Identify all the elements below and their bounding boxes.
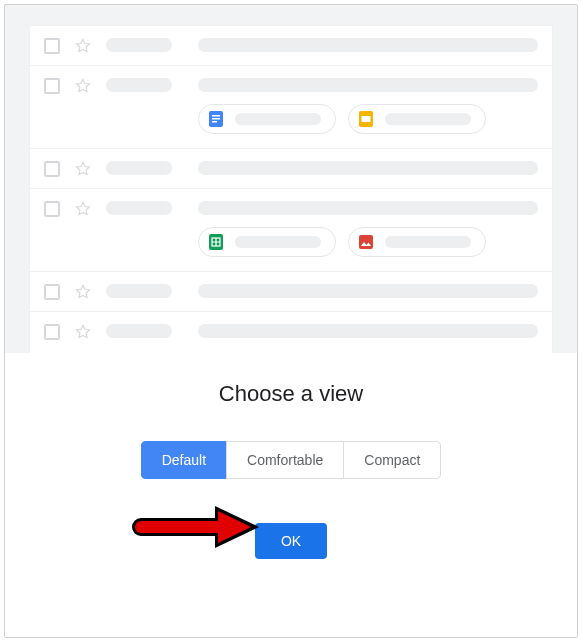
attachment-chip bbox=[348, 227, 486, 257]
star-icon bbox=[74, 200, 92, 218]
sheets-icon bbox=[207, 233, 225, 251]
placeholder bbox=[198, 38, 538, 52]
placeholder bbox=[106, 201, 172, 215]
placeholder bbox=[106, 324, 172, 338]
star-icon bbox=[74, 323, 92, 341]
placeholder bbox=[106, 161, 172, 175]
density-preview-list bbox=[29, 25, 553, 361]
ok-button[interactable]: OK bbox=[255, 523, 327, 559]
checkbox-icon bbox=[44, 324, 60, 340]
list-row bbox=[30, 189, 552, 272]
list-row bbox=[30, 272, 552, 312]
checkbox-icon bbox=[44, 201, 60, 217]
placeholder bbox=[198, 324, 538, 338]
star-icon bbox=[74, 77, 92, 95]
svg-rect-5 bbox=[362, 116, 371, 122]
checkbox-icon bbox=[44, 78, 60, 94]
density-segmented-control: Default Comfortable Compact bbox=[141, 441, 442, 479]
placeholder bbox=[385, 113, 471, 125]
placeholder bbox=[235, 236, 321, 248]
placeholder bbox=[235, 113, 321, 125]
star-icon bbox=[74, 283, 92, 301]
dialog-panel: Choose a view Default Comfortable Compac… bbox=[5, 353, 577, 637]
svg-rect-2 bbox=[212, 118, 220, 120]
slides-icon bbox=[357, 110, 375, 128]
checkbox-icon bbox=[44, 284, 60, 300]
placeholder bbox=[106, 78, 172, 92]
placeholder bbox=[198, 78, 538, 92]
checkbox-icon bbox=[44, 38, 60, 54]
list-row bbox=[30, 26, 552, 66]
option-default[interactable]: Default bbox=[141, 441, 227, 479]
dialog-frame: Choose a view Default Comfortable Compac… bbox=[4, 4, 578, 638]
option-compact[interactable]: Compact bbox=[343, 441, 441, 479]
placeholder bbox=[198, 161, 538, 175]
svg-rect-1 bbox=[212, 115, 220, 117]
list-row bbox=[30, 66, 552, 149]
placeholder bbox=[106, 38, 172, 52]
placeholder bbox=[106, 284, 172, 298]
star-icon bbox=[74, 160, 92, 178]
list-row bbox=[30, 312, 552, 351]
photos-icon bbox=[357, 233, 375, 251]
option-comfortable[interactable]: Comfortable bbox=[226, 441, 344, 479]
star-icon bbox=[74, 37, 92, 55]
attachment-chip bbox=[198, 104, 336, 134]
dialog-title: Choose a view bbox=[5, 381, 577, 407]
svg-rect-10 bbox=[359, 235, 373, 249]
placeholder bbox=[198, 201, 538, 215]
attachment-chip bbox=[348, 104, 486, 134]
docs-icon bbox=[207, 110, 225, 128]
svg-rect-3 bbox=[212, 121, 217, 123]
checkbox-icon bbox=[44, 161, 60, 177]
placeholder bbox=[198, 284, 538, 298]
placeholder bbox=[385, 236, 471, 248]
attachment-chip bbox=[198, 227, 336, 257]
list-row bbox=[30, 149, 552, 189]
